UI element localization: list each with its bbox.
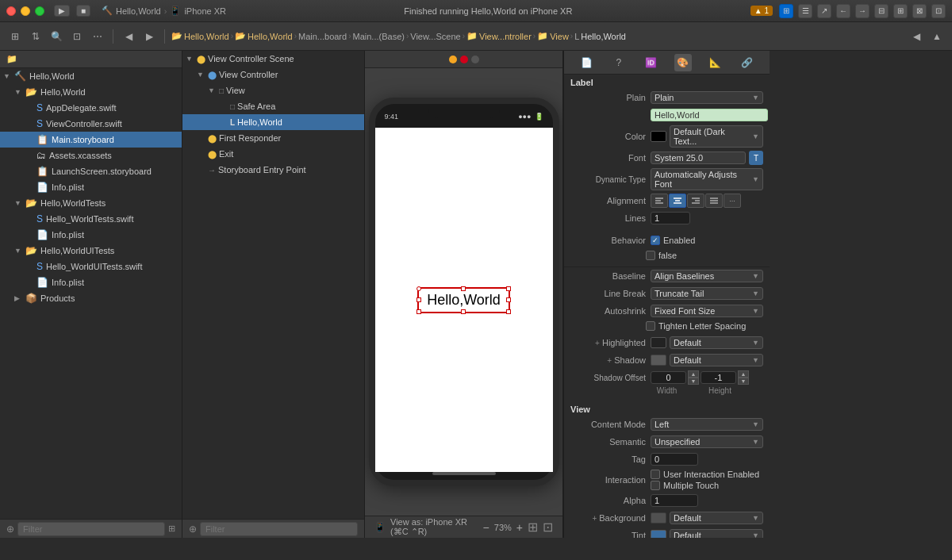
share-button[interactable]: ↗ [817, 4, 831, 18]
align-justify-button[interactable] [705, 194, 723, 208]
shadow-height-down[interactable]: ▼ [738, 378, 749, 385]
tree-item-hwuitests-plist[interactable]: 📄 Info.plist [0, 274, 182, 290]
tree-item-appdelegate[interactable]: S AppDelegate.swift [0, 100, 182, 116]
prev-icon[interactable]: ◀ [120, 28, 137, 45]
content-mode-select[interactable]: Left ▼ [651, 418, 763, 431]
text-type-select[interactable]: Plain ▼ [651, 91, 763, 104]
breadcrumb-item[interactable]: Main...(Base) › [353, 32, 409, 41]
shadow-height-stepper[interactable]: ▲ ▼ [738, 370, 749, 385]
shadow-height-input[interactable] [701, 371, 736, 384]
handle-tc[interactable] [461, 286, 466, 291]
tree-item-viewcontroller[interactable]: S ViewController.swift [0, 116, 182, 132]
storyboard-filter-input[interactable] [200, 522, 358, 536]
view-item[interactable]: ▼ □ View [182, 82, 364, 98]
enabled-checkbox[interactable] [651, 236, 660, 245]
tint-swatch[interactable] [651, 530, 666, 538]
tree-item-hello-world-group[interactable]: ▼ 📂 Hello,World [0, 84, 182, 100]
hierarchy-icon[interactable]: ⊡ [68, 28, 86, 45]
folder-icon[interactable]: ⊞ [6, 28, 24, 45]
font-select[interactable]: System 25.0 [651, 152, 746, 164]
highlighted-select[interactable]: Default ▼ [670, 336, 763, 349]
navigator-toggle[interactable]: ☰ [798, 4, 812, 18]
quick-help-tab[interactable]: ? [610, 54, 628, 71]
tree-item-hwuitests-file[interactable]: S Hello_WorldUITests.swift [0, 259, 182, 274]
tint-select[interactable]: Default ▼ [670, 529, 763, 538]
shadow-width-down[interactable]: ▼ [688, 378, 699, 385]
breadcrumb-item-current[interactable]: L Hello,World [574, 32, 626, 41]
breadcrumb-item[interactable]: 📂 Hello,World › [171, 31, 233, 41]
fit-icon[interactable]: ⊡ [543, 520, 553, 535]
vc-scene-item[interactable]: ▼ ⬤ View Controller Scene [182, 51, 364, 67]
tree-item-hwuitests[interactable]: ▼ 📂 Hello,WorldUITests [0, 243, 182, 259]
shadow-width-up[interactable]: ▲ [688, 370, 699, 378]
semantic-select[interactable]: Unspecified ▼ [651, 435, 763, 448]
tree-item-hwtests-plist[interactable]: 📄 Info.plist [0, 227, 182, 243]
user-interaction-checkbox[interactable] [651, 470, 660, 479]
autoshrink-select[interactable]: Fixed Font Size ▼ [651, 305, 763, 317]
first-responder-item[interactable]: ⬤ First Responder [182, 130, 364, 146]
identity-inspector-tab[interactable]: 🆔 [642, 54, 659, 71]
zoom-out-button[interactable]: − [483, 521, 489, 534]
file-inspector-tab[interactable]: 📄 [578, 54, 595, 71]
layout-toggle4[interactable]: ⊡ [931, 4, 946, 18]
hello-world-label-item[interactable]: L Hello,World [182, 114, 364, 130]
alert-icon[interactable]: ▲ [928, 28, 946, 45]
color-swatch[interactable] [651, 131, 666, 142]
shadow-height-up[interactable]: ▲ [738, 370, 749, 378]
shadow-width-input[interactable] [651, 371, 686, 384]
breadcrumb-item[interactable]: Main...board › [298, 32, 351, 41]
view-as-label[interactable]: 📱 View as: iPhone XR (⌘C ⌃R) [374, 517, 483, 537]
find-icon[interactable]: 🔍 [48, 28, 65, 45]
linebreak-select[interactable]: Truncate Tail ▼ [651, 287, 763, 300]
vc-item[interactable]: ▼ ⬤ View Controller [182, 67, 364, 82]
next-icon[interactable]: ▶ [140, 28, 158, 45]
back-button[interactable]: ← [836, 4, 850, 18]
filter-input[interactable] [17, 522, 165, 536]
layout-toggle3[interactable]: ⊠ [912, 4, 927, 18]
tree-item-info-plist[interactable]: 📄 Info.plist [0, 179, 182, 195]
more-icon[interactable]: ⋯ [89, 28, 106, 45]
label-element[interactable]: Hello,World [417, 287, 510, 313]
text-value-input[interactable] [651, 109, 768, 121]
tree-item-assets[interactable]: 🗂 Assets.xcassets [0, 148, 182, 163]
background-select[interactable]: Default ▼ [670, 512, 763, 524]
handle-br[interactable] [506, 309, 511, 314]
stop-button[interactable]: ■ [76, 5, 90, 17]
align-right-button[interactable] [687, 194, 704, 208]
inspector-toggle[interactable]: ⊞ [779, 4, 793, 18]
entry-point-item[interactable]: → Storyboard Entry Point [182, 162, 364, 178]
breadcrumb-item[interactable]: 📁 View...ntroller › [466, 31, 536, 41]
handle-bc[interactable] [461, 309, 466, 314]
connections-inspector-tab[interactable]: 🔗 [739, 54, 756, 71]
handle-tr[interactable] [506, 286, 511, 291]
check-icon[interactable]: ◀ [908, 28, 925, 45]
lines-input[interactable] [651, 212, 690, 224]
canvas-main[interactable]: → 9:41 ●●● 🔋 [365, 68, 562, 516]
sort-icon[interactable]: ⇅ [27, 28, 44, 45]
breadcrumb-item[interactable]: View...Scene › [410, 32, 465, 41]
handle-tl[interactable] [416, 286, 421, 291]
layout-toggle1[interactable]: ⊟ [874, 4, 889, 18]
shadow-width-stepper[interactable]: ▲ ▼ [688, 370, 699, 385]
filter-options-icon[interactable]: ⊞ [168, 524, 175, 534]
breadcrumb-item[interactable]: 📁 View › [537, 31, 573, 41]
play-button[interactable]: ▶ [54, 5, 70, 17]
tree-item-hwtests-file[interactable]: S Hello_WorldTests.swift [0, 211, 182, 227]
background-swatch[interactable] [651, 512, 666, 524]
tree-item-launchscreen[interactable]: 📋 LaunchScreen.storyboard [0, 163, 182, 179]
tighten-checkbox[interactable] [646, 321, 655, 331]
align-left-button[interactable] [651, 194, 668, 208]
tree-item-hello-world[interactable]: ▼ 🔨 Hello,World [0, 68, 182, 84]
font-picker-button[interactable]: T [749, 151, 763, 165]
multiple-touch-checkbox[interactable] [651, 481, 660, 490]
safe-area-item[interactable]: □ Safe Area [182, 98, 364, 114]
shadow-swatch[interactable] [651, 355, 666, 366]
tree-item-main-storyboard[interactable]: 📋 Main.storyboard [0, 132, 182, 148]
highlighted-checkbox[interactable] [646, 251, 655, 260]
baseline-select[interactable]: Align Baselines ▼ [651, 270, 763, 282]
zoom-in-button[interactable]: + [516, 521, 523, 534]
shadow-select[interactable]: Default ▼ [670, 354, 763, 366]
attributes-inspector-tab[interactable]: 🎨 [674, 54, 692, 71]
dynamic-type-select[interactable]: Automatically Adjusts Font ▼ [651, 168, 763, 190]
minimize-button[interactable] [21, 6, 30, 16]
